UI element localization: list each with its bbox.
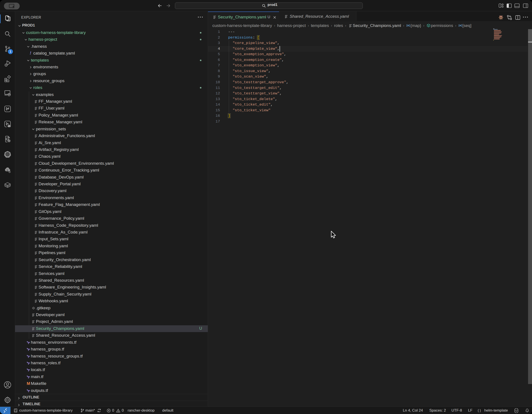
- svg-text:>: >: [7, 168, 8, 172]
